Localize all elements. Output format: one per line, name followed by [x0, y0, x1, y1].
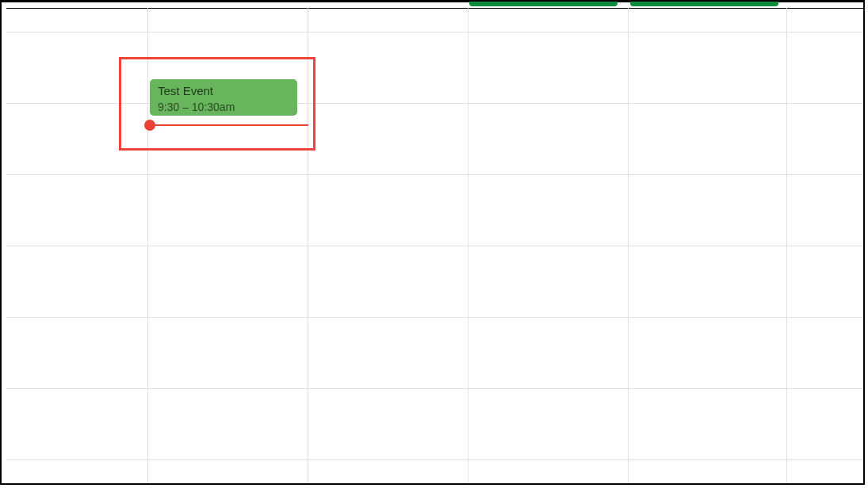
current-time-dot [144, 120, 155, 131]
hour-row[interactable] [6, 246, 863, 317]
hour-row[interactable] [6, 32, 863, 103]
hour-row[interactable] [6, 103, 863, 174]
event-time: 9:30 – 10:30am [158, 100, 289, 114]
calendar-event[interactable]: Test Event 9:30 – 10:30am [150, 79, 297, 116]
day-column[interactable] [147, 8, 148, 483]
header-event-chip[interactable] [630, 2, 778, 6]
hour-row[interactable] [6, 459, 863, 488]
header-event-chip[interactable] [469, 2, 618, 6]
day-column[interactable] [468, 8, 468, 483]
hour-row[interactable] [6, 388, 863, 459]
day-column[interactable] [628, 8, 629, 483]
calendar-frame: Test Event 9:30 – 10:30am [0, 0, 865, 485]
event-title: Test Event [158, 84, 289, 98]
current-time-line [150, 124, 308, 126]
hour-row[interactable] [6, 317, 863, 388]
calendar-grid[interactable] [6, 8, 863, 483]
day-column[interactable] [786, 8, 787, 483]
hour-row[interactable] [6, 174, 863, 246]
day-column[interactable] [308, 8, 308, 483]
